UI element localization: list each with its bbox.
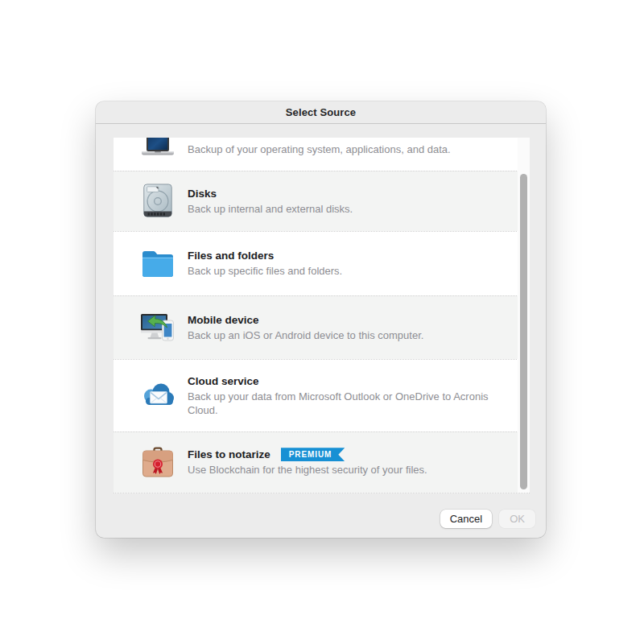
source-list: Backup of your operating system, applica…	[114, 138, 530, 493]
list-item-subtitle: Back up internal and external disks.	[188, 203, 353, 217]
ok-button[interactable]: OK	[499, 510, 535, 528]
mobile-device-icon	[140, 310, 175, 345]
cloud-mail-icon	[140, 378, 175, 414]
list-item-subtitle: Backup of your operating system, applica…	[188, 143, 451, 157]
list-item-subtitle: Back up an iOS or Android device to this…	[188, 329, 423, 343]
scrollbar-track[interactable]	[518, 138, 530, 493]
list-item-entire-machine[interactable]: Backup of your operating system, applica…	[114, 138, 530, 171]
premium-badge: PREMIUM	[281, 448, 345, 461]
list-item-files-and-folders[interactable]: Files and folders Back up specific files…	[114, 231, 530, 295]
dialog-title: Select Source	[286, 106, 356, 118]
dialog-footer: Cancel OK	[440, 510, 535, 528]
laptop-icon	[140, 138, 175, 171]
list-item-title: Mobile device	[188, 313, 423, 327]
list-item-subtitle: Back up specific files and folders.	[188, 265, 342, 279]
dialog-titlebar: Select Source	[96, 101, 546, 124]
list-item-title-text: Files to notarize	[188, 448, 270, 461]
briefcase-notary-icon	[140, 445, 175, 481]
select-source-dialog: Select Source	[96, 101, 546, 538]
list-item-mobile-device[interactable]: Mobile device Back up an iOS or Android …	[114, 295, 530, 359]
list-item-title: Cloud service	[188, 374, 490, 388]
list-item-cloud-service[interactable]: Cloud service Back up your data from Mic…	[114, 359, 530, 431]
scrollbar-thumb[interactable]	[520, 174, 527, 489]
folder-icon	[140, 246, 175, 282]
list-item-title: Files and folders	[188, 249, 342, 262]
hard-disk-icon	[140, 184, 175, 219]
list-item-subtitle: Back up your data from Microsoft Outlook…	[188, 390, 490, 417]
list-item-title: Files to notarize PREMIUM	[188, 448, 427, 461]
list-item-disks[interactable]: Disks Back up internal and external disk…	[114, 171, 530, 231]
list-item-files-to-notarize[interactable]: Files to notarize PREMIUM Use Blockchain…	[114, 431, 530, 493]
list-item-subtitle: Use Blockchain for the highest security …	[188, 464, 427, 477]
cancel-button[interactable]: Cancel	[440, 510, 492, 528]
list-item-title: Disks	[188, 187, 353, 200]
